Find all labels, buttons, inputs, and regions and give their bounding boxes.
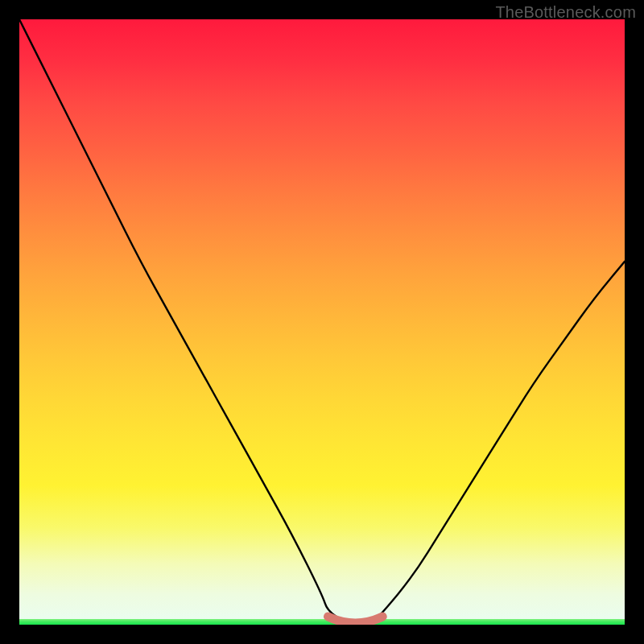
chart-frame: TheBottleneck.com <box>0 0 644 644</box>
flat-region-marker <box>328 617 383 623</box>
plot-area <box>19 19 625 625</box>
curve-group <box>19 19 625 625</box>
bottleneck-curve-svg <box>19 19 625 625</box>
bottleneck-curve-path <box>19 19 625 625</box>
watermark-text: TheBottleneck.com <box>495 3 636 22</box>
